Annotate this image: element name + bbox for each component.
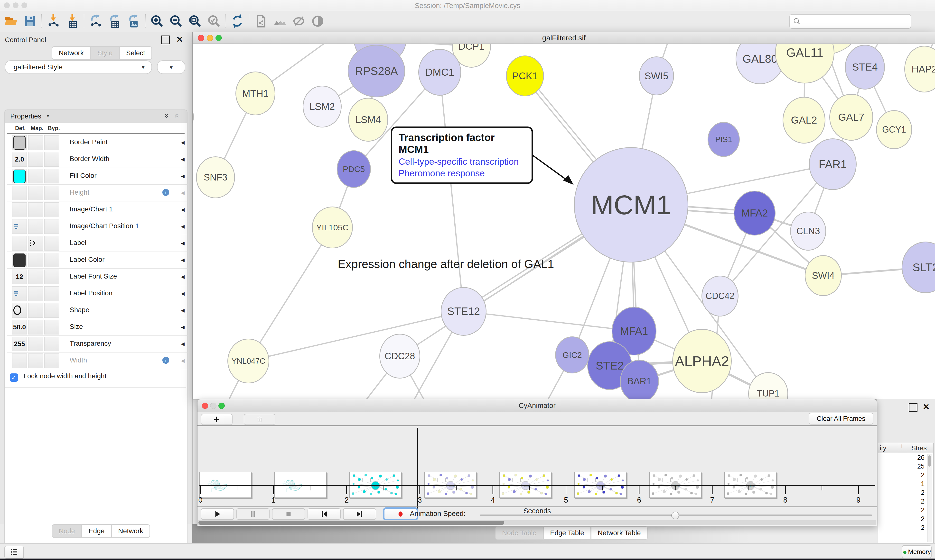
- zoom-in-icon[interactable]: [150, 14, 164, 28]
- default-value-text[interactable]: 255: [12, 337, 26, 351]
- expand-row-icon[interactable]: ◂: [181, 205, 185, 214]
- delete-frame-button[interactable]: [244, 414, 275, 425]
- refresh-layout-icon[interactable]: [231, 14, 244, 28]
- table-cell-value[interactable]: 2: [878, 523, 924, 532]
- expand-all-icon[interactable]: «: [161, 113, 170, 118]
- tab-network[interactable]: Network: [111, 524, 150, 538]
- default-cell[interactable]: [12, 354, 27, 368]
- network-node-ynl047c[interactable]: YNL047C: [227, 338, 269, 383]
- search-input[interactable]: [789, 14, 911, 29]
- network-window-titlebar[interactable]: galFiltered.sif: [193, 32, 935, 44]
- hide-graphics-details-icon[interactable]: [292, 14, 305, 28]
- lock-size-row[interactable]: ✓ Lock node width and height: [10, 372, 106, 382]
- discrete-mapping-icon[interactable]: [28, 236, 43, 247]
- expand-row-icon[interactable]: ◂: [181, 188, 185, 197]
- default-cell[interactable]: 255: [12, 337, 27, 351]
- timeline-area[interactable]: MCM1MCM1MCM1MCM1MCM1MCM1 0123456789 Seco…: [197, 426, 877, 506]
- network-node-lsm4[interactable]: LSM4: [348, 98, 388, 142]
- bypass-cell[interactable]: [44, 169, 59, 183]
- table-scrollbar-thumb[interactable]: [928, 455, 931, 466]
- mapping-cell[interactable]: [28, 219, 43, 234]
- info-icon[interactable]: i: [162, 188, 170, 197]
- bypass-cell[interactable]: [44, 152, 59, 167]
- network-node-swi5[interactable]: SWI5: [639, 57, 674, 95]
- expand-row-icon[interactable]: ◂: [181, 356, 185, 365]
- network-node-pdc5[interactable]: PDC5: [337, 150, 371, 188]
- default-cell[interactable]: 2.0: [12, 152, 27, 167]
- network-node-bar1[interactable]: BAR1: [620, 360, 659, 399]
- network-node-cdc28[interactable]: CDC28: [380, 334, 420, 378]
- property-row-height[interactable]: Heighti◂: [7, 185, 188, 202]
- close-table-panel-icon[interactable]: ✕: [923, 402, 930, 412]
- table-column-centrality[interactable]: ity: [880, 445, 886, 452]
- property-row-width[interactable]: Widthi◂: [7, 352, 188, 369]
- table-cell-value[interactable]: 2: [878, 506, 924, 514]
- expand-row-icon[interactable]: ◂: [181, 289, 185, 297]
- network-node-ste12[interactable]: STE12: [441, 287, 486, 336]
- mapping-cell[interactable]: [28, 152, 43, 167]
- default-cell[interactable]: [12, 253, 27, 267]
- expand-row-icon[interactable]: ◂: [181, 222, 185, 230]
- table-scrollbar[interactable]: [927, 454, 932, 542]
- annotation-link-2[interactable]: Pheromone response: [399, 168, 525, 178]
- position-icon[interactable]: [12, 286, 26, 297]
- default-cell[interactable]: 50.0: [12, 320, 27, 334]
- property-row-image-chart-1[interactable]: Image/Chart 1◂: [7, 201, 188, 218]
- network-node-lsm2[interactable]: LSM2: [302, 86, 342, 128]
- birds-eye-view-icon[interactable]: [273, 14, 287, 28]
- tab-select[interactable]: Select: [119, 46, 152, 60]
- mapping-cell[interactable]: [28, 186, 43, 200]
- default-cell[interactable]: [12, 186, 27, 200]
- tab-style[interactable]: Style: [91, 46, 119, 60]
- bypass-cell[interactable]: [44, 236, 59, 251]
- tab-edge-table[interactable]: Edge Table: [543, 526, 591, 540]
- export-table-icon[interactable]: [108, 14, 122, 28]
- expand-row-icon[interactable]: ◂: [181, 255, 185, 264]
- network-node-ste4[interactable]: STE4: [845, 45, 885, 89]
- mapping-cell[interactable]: [28, 169, 43, 183]
- expand-row-icon[interactable]: ◂: [181, 138, 185, 146]
- table-cell-value[interactable]: 26: [878, 453, 924, 462]
- expand-row-icon[interactable]: ◂: [181, 272, 185, 281]
- export-image-icon[interactable]: [127, 14, 140, 28]
- expand-row-icon[interactable]: ◂: [181, 339, 185, 348]
- expand-row-icon[interactable]: ◂: [181, 155, 185, 163]
- default-cell[interactable]: [12, 303, 27, 318]
- table-cell-value[interactable]: 1: [878, 480, 924, 488]
- network-node-pck1[interactable]: PCK1: [506, 55, 544, 96]
- property-row-size[interactable]: 50.0Size◂: [7, 319, 188, 336]
- mcm1-annotation-box[interactable]: Transcription factor MCM1 Cell-type-spec…: [391, 126, 533, 184]
- table-cell-value[interactable]: 2: [878, 514, 924, 523]
- default-cell[interactable]: [12, 202, 27, 217]
- speed-slider-thumb[interactable]: [671, 512, 679, 519]
- network-node-rps28a[interactable]: RPS28A: [348, 45, 405, 97]
- style-options-dropdown[interactable]: ▾: [157, 60, 185, 74]
- property-row-image-chart-position-1[interactable]: Image/Chart Position 1◂: [7, 218, 188, 235]
- default-value-swatch[interactable]: [13, 254, 26, 267]
- mapping-cell[interactable]: [28, 253, 43, 267]
- mapping-cell[interactable]: [28, 202, 43, 217]
- zoom-selected-icon[interactable]: [207, 14, 221, 28]
- skip-end-button[interactable]: [343, 508, 376, 520]
- tab-network-table[interactable]: Network Table: [591, 526, 648, 540]
- default-cell[interactable]: 12: [12, 269, 27, 284]
- cyanimator-titlebar[interactable]: CyAnimator: [197, 399, 877, 412]
- network-snapshot-icon[interactable]: [254, 14, 268, 28]
- expand-row-icon[interactable]: ◂: [181, 306, 185, 314]
- show-graphics-details-icon[interactable]: [311, 14, 325, 28]
- bypass-cell[interactable]: [44, 337, 59, 351]
- expand-row-icon[interactable]: ◂: [181, 323, 185, 331]
- pause-button[interactable]: [236, 508, 270, 520]
- save-session-icon[interactable]: [23, 14, 37, 28]
- mapping-cell[interactable]: [28, 135, 43, 150]
- property-row-border-paint[interactable]: Border Paint◂: [7, 134, 188, 151]
- network-node-cln3[interactable]: CLN3: [790, 212, 826, 251]
- mapping-cell[interactable]: [28, 269, 43, 284]
- network-node-mfa2[interactable]: MFA2: [734, 191, 776, 235]
- property-row-border-width[interactable]: 2.0Border Width◂: [7, 151, 188, 168]
- property-row-label-position[interactable]: Label Position◂: [7, 285, 188, 302]
- network-node-mcm1[interactable]: MCM1: [574, 147, 688, 263]
- default-value-text[interactable]: 50.0: [12, 320, 26, 334]
- clear-all-frames-button[interactable]: Clear All Frames: [808, 413, 873, 425]
- add-frame-button[interactable]: [201, 414, 233, 425]
